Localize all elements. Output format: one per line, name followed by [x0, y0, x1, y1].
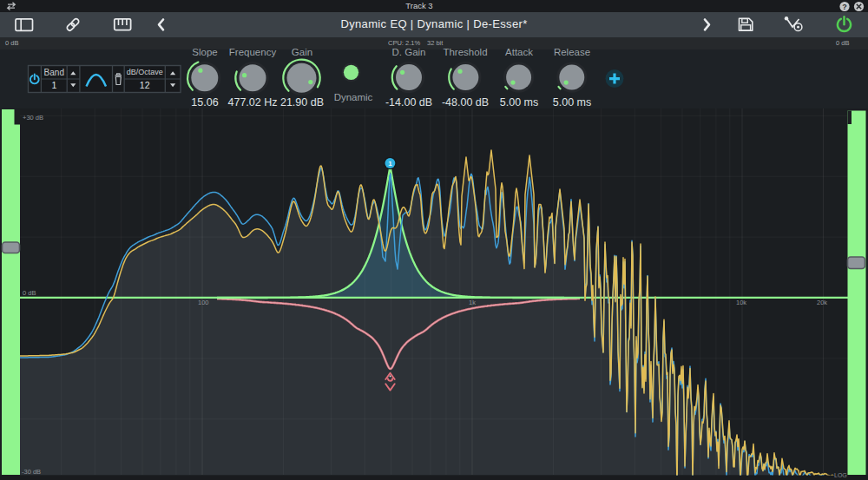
svg-text:1: 1 [388, 160, 392, 168]
svg-text:10k: 10k [736, 299, 746, 306]
svg-text:1k: 1k [469, 299, 476, 306]
svg-text:?: ? [842, 3, 847, 11]
svg-text:dB/Octave: dB/Octave [127, 68, 163, 76]
svg-text:Band: Band [44, 68, 64, 77]
svg-text:20k: 20k [817, 299, 827, 306]
svg-text:0 dB: 0 dB [23, 289, 36, 297]
svg-text:+30 dB: +30 dB [23, 114, 43, 122]
svg-text:100: 100 [198, 299, 209, 306]
svg-text:12: 12 [140, 80, 150, 90]
svg-text:1: 1 [51, 80, 56, 90]
